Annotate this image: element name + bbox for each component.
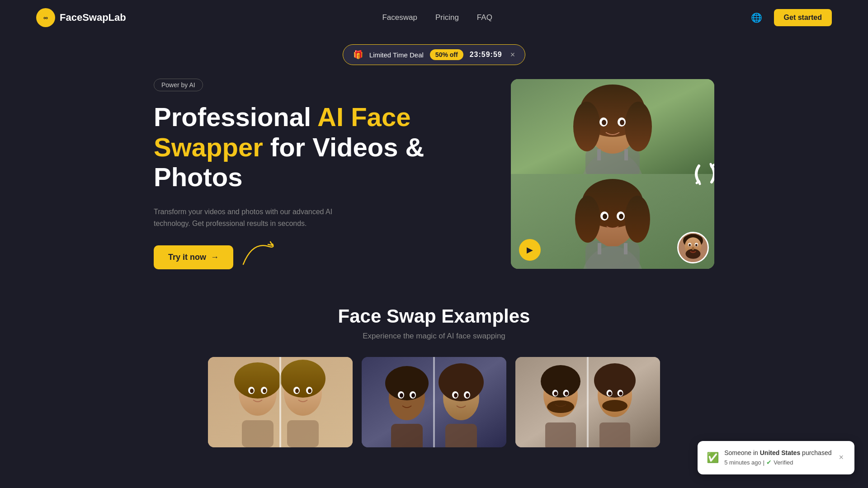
swap-arrows-icon: [689, 158, 714, 190]
purchase-toast: ✅ Someone in United States purchased 5 m…: [698, 441, 854, 474]
swirl-decoration: [239, 237, 275, 269]
svg-rect-83: [545, 422, 576, 447]
svg-rect-58: [279, 357, 281, 447]
pipe-separator: |: [763, 458, 764, 467]
example-card-1: [208, 357, 353, 447]
svg-point-80: [554, 392, 557, 396]
avatar-image: [679, 232, 708, 263]
svg-point-9: [573, 102, 600, 151]
logo-link[interactable]: ∞ FaceSwapLab: [36, 8, 126, 27]
svg-point-77: [541, 365, 580, 398]
svg-point-68: [439, 363, 484, 401]
toast-prefix: Someone in: [724, 449, 760, 456]
gift-icon: 🎁: [353, 50, 363, 60]
svg-text:∞: ∞: [43, 14, 48, 21]
svg-point-45: [234, 362, 281, 399]
example-image-3: [515, 357, 660, 447]
svg-point-14: [620, 120, 624, 125]
promo-banner: 🎁 Limited Time Deal 50% off 23:59:59 ×: [343, 44, 525, 65]
svg-rect-57: [287, 420, 319, 447]
svg-point-72: [466, 393, 469, 398]
svg-point-56: [308, 389, 311, 393]
discount-badge: 50% off: [430, 49, 463, 60]
logo-icon: ∞: [36, 8, 55, 27]
svg-point-10: [625, 102, 652, 151]
banner-close-button[interactable]: ×: [510, 50, 515, 60]
nav-links: Faceswap Pricing FAQ: [382, 13, 492, 22]
hero-left-content: Power by AI Professional AI Face Swapper…: [154, 79, 425, 269]
svg-point-89: [619, 392, 623, 396]
svg-rect-91: [599, 422, 630, 447]
countdown-timer: 23:59:59: [470, 51, 502, 59]
svg-point-48: [250, 389, 254, 393]
swap-icon: [689, 158, 714, 190]
toast-close-button[interactable]: ×: [837, 453, 845, 462]
toast-message: Someone in United States purchased: [724, 448, 831, 458]
hero-right-content: ▶: [511, 79, 714, 269]
svg-point-25: [625, 196, 650, 243]
svg-rect-74: [433, 357, 435, 447]
nav-faq[interactable]: FAQ: [477, 13, 492, 22]
svg-point-28: [603, 214, 607, 219]
toast-time: 5 minutes ago: [724, 458, 761, 467]
examples-grid: [36, 357, 832, 447]
verified-icon: ✔: [766, 458, 772, 467]
toast-location: United States: [760, 449, 800, 456]
toast-content: Someone in United States purchased 5 min…: [724, 448, 831, 467]
svg-point-64: [400, 393, 403, 398]
svg-point-29: [619, 214, 623, 219]
example-image-1: [208, 357, 353, 447]
example-image-2: [362, 357, 506, 447]
svg-point-65: [411, 393, 415, 398]
nav-faceswap[interactable]: Faceswap: [382, 13, 417, 22]
before-photo: [511, 79, 714, 174]
svg-point-55: [295, 389, 299, 393]
check-circle-icon: ✅: [707, 452, 719, 464]
hero-title: Professional AI Face Swapper for Videos …: [154, 102, 425, 192]
nav-right: 🌐 Get started: [749, 9, 832, 26]
svg-point-13: [602, 120, 606, 125]
navbar: ∞ FaceSwapLab Faceswap Pricing FAQ 🌐 Get…: [0, 0, 868, 35]
svg-point-85: [594, 363, 636, 398]
try-now-button[interactable]: Try it now →: [154, 245, 233, 269]
example-card-3: [515, 357, 660, 447]
get-started-button[interactable]: Get started: [774, 9, 832, 26]
svg-point-61: [385, 366, 429, 400]
toast-suffix: purchased: [800, 449, 831, 456]
before-image: [511, 79, 714, 174]
banner-text: Limited Time Deal: [369, 51, 424, 59]
svg-point-81: [565, 392, 568, 396]
svg-point-88: [608, 392, 612, 396]
examples-subtitle: Experience the magic of AI face swapping: [36, 332, 832, 341]
svg-point-90: [602, 400, 627, 412]
svg-point-41: [695, 244, 698, 246]
title-part1: Professional: [154, 102, 317, 131]
hero-section: Power by AI Professional AI Face Swapper…: [118, 65, 750, 287]
svg-point-37: [686, 249, 701, 259]
verified-label: Verified: [774, 458, 793, 467]
nav-pricing[interactable]: Pricing: [435, 13, 459, 22]
svg-point-40: [689, 244, 691, 246]
toast-verified-row: 5 minutes ago | ✔ Verified: [724, 458, 793, 467]
power-badge: Power by AI: [154, 79, 203, 91]
svg-rect-92: [587, 357, 589, 447]
hero-subtitle: Transform your videos and photos with ou…: [154, 206, 344, 229]
language-button[interactable]: 🌐: [749, 9, 765, 26]
examples-section: Face Swap Examples Experience the magic …: [0, 287, 868, 456]
svg-rect-66: [391, 424, 423, 447]
play-button[interactable]: ▶: [519, 239, 541, 261]
source-face-avatar: [677, 232, 709, 263]
svg-rect-73: [445, 424, 477, 447]
svg-point-52: [280, 360, 326, 398]
svg-point-71: [454, 393, 458, 398]
examples-title: Face Swap Examples: [36, 305, 832, 327]
example-card-2: [362, 357, 506, 447]
svg-point-24: [575, 196, 600, 243]
svg-point-42: [692, 247, 694, 250]
svg-point-49: [263, 389, 266, 393]
demo-images-container: ▶: [511, 79, 714, 269]
svg-rect-50: [242, 420, 274, 447]
after-image: ▶: [511, 174, 714, 269]
brand-name: FaceSwapLab: [60, 12, 126, 23]
